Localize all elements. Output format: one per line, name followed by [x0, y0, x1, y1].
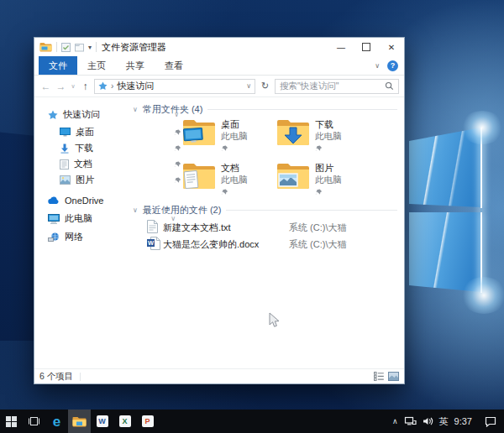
pictures-folder-icon	[276, 162, 310, 190]
sidebar-item-onedrive[interactable]: OneDrive	[34, 192, 142, 208]
file-path: 系统 (C:)\大猫	[289, 222, 346, 234]
back-button[interactable]: ←	[39, 81, 52, 92]
breadcrumb-separator: ›	[111, 81, 113, 91]
powerpoint-button[interactable]: P	[136, 410, 159, 433]
section-title[interactable]: 最近使用的文件 (2)	[143, 204, 222, 216]
pin-icon	[221, 143, 228, 154]
separator	[96, 42, 97, 52]
section-rule	[207, 109, 397, 110]
section-recent-files: ∨ 最近使用的文件 (2)	[133, 204, 397, 216]
close-button[interactable]: ✕	[379, 38, 404, 56]
sidebar-item-quick-access[interactable]: 快速访问 ∨	[34, 107, 142, 123]
folder-location: 此电脑	[315, 131, 342, 143]
address-dropdown-icon[interactable]: ∨	[246, 82, 251, 90]
help-button[interactable]: ?	[387, 60, 398, 71]
system-tray: ∧ 英 9:37	[392, 415, 504, 428]
pin-icon	[315, 187, 322, 197]
collapse-section-icon[interactable]: ∨	[133, 206, 138, 214]
file-row-docx[interactable]: W 大猫是怎么变帅的.docx 系统 (C:)\大猫	[129, 237, 404, 252]
pictures-icon	[60, 175, 71, 185]
file-row-txt[interactable]: 新建文本文档.txt 系统 (C:)\大猫	[129, 220, 404, 235]
powerpoint-icon: P	[142, 415, 154, 427]
tray-expand-button[interactable]: ∧	[392, 417, 398, 425]
word-button[interactable]: W	[91, 410, 113, 433]
volume-icon[interactable]	[423, 416, 433, 426]
sidebar-item-label: OneDrive	[65, 196, 103, 206]
sidebar-item-this-pc[interactable]: 此电脑 ∨	[34, 211, 142, 227]
section-title[interactable]: 常用文件夹 (4)	[143, 103, 203, 116]
tab-home[interactable]: 主页	[77, 56, 116, 75]
sidebar-item-network[interactable]: 网络	[34, 229, 142, 245]
excel-button[interactable]: X	[113, 410, 136, 433]
separator	[80, 373, 81, 381]
start-button[interactable]	[0, 410, 23, 433]
details-view-button[interactable]	[374, 372, 384, 381]
tab-share[interactable]: 共享	[116, 56, 155, 75]
star-icon	[48, 110, 58, 120]
file-explorer-icon	[72, 416, 87, 427]
forward-button[interactable]: →	[55, 81, 67, 92]
svg-text:W: W	[148, 239, 155, 247]
quick-access-toolbar: ▾	[39, 42, 97, 52]
folder-name: 文档	[221, 162, 239, 175]
file-explorer-button[interactable]	[68, 410, 91, 433]
quick-access-star-icon	[98, 81, 108, 91]
wallpaper-glow	[460, 111, 504, 144]
network-icon	[48, 232, 60, 242]
folder-tile-downloads[interactable]: 下载 此电脑	[276, 117, 402, 155]
large-icons-view-button[interactable]	[388, 372, 399, 381]
wallpaper-glow	[460, 277, 504, 314]
pin-icon	[315, 143, 322, 154]
download-icon	[60, 143, 70, 154]
word-icon: W	[97, 415, 108, 427]
edge-button[interactable]: e	[45, 410, 68, 433]
separator	[56, 42, 57, 52]
sidebar-item-label: 桌面	[76, 126, 94, 138]
section-frequent-folders: ∨ 常用文件夹 (4)	[133, 103, 397, 116]
customize-toolbar-dropdown[interactable]: ▾	[88, 44, 92, 51]
expand-ribbon-icon[interactable]: ∨	[375, 62, 380, 70]
downloads-folder-icon	[276, 118, 310, 147]
items-view[interactable]: ∨ 常用文件夹 (4) 桌面	[129, 97, 404, 368]
new-folder-icon[interactable]	[75, 43, 84, 52]
minimize-button[interactable]: —	[328, 38, 354, 56]
status-bar: 6 个项目	[34, 368, 404, 383]
clock[interactable]: 9:37	[454, 416, 472, 426]
search-icon[interactable]	[385, 81, 394, 91]
input-language-button[interactable]: 英	[439, 415, 449, 428]
folder-tile-pictures[interactable]: 图片 此电脑	[276, 160, 402, 199]
pin-icon	[221, 187, 228, 197]
refresh-button[interactable]: ↻	[258, 81, 272, 91]
action-center-icon[interactable]	[485, 416, 496, 427]
word-file-icon: W	[147, 237, 160, 250]
folder-name: 图片	[315, 162, 333, 175]
file-name: 新建文本文档.txt	[163, 222, 231, 234]
address-bar[interactable]: › 快速访问 ∨	[94, 79, 255, 94]
task-view-icon	[28, 416, 40, 426]
screen: ▾ 文件资源管理器 — ✕ 文件 主页 共享 查看 ∨ ? ← → ∨	[0, 0, 504, 433]
search-placeholder: 搜索"快速访问"	[280, 81, 385, 92]
sidebar-item-label: 图片	[76, 174, 94, 186]
folder-location: 此电脑	[221, 175, 248, 186]
recent-locations-dropdown[interactable]: ∨	[70, 83, 76, 90]
excel-icon: X	[119, 415, 131, 427]
tab-view[interactable]: 查看	[155, 56, 193, 75]
properties-icon[interactable]	[61, 43, 71, 52]
up-button[interactable]: ↑	[79, 81, 92, 92]
title-bar[interactable]: ▾ 文件资源管理器 — ✕	[34, 38, 404, 56]
network-status-icon[interactable]	[404, 416, 417, 426]
breadcrumb-quick-access[interactable]: 快速访问	[117, 80, 243, 92]
edge-icon: e	[53, 415, 60, 429]
tab-file[interactable]: 文件	[39, 56, 77, 75]
sidebar-item-label: 文档	[74, 158, 92, 170]
search-input[interactable]: 搜索"快速访问"	[275, 79, 399, 94]
folder-name: 下载	[315, 118, 333, 131]
document-icon	[60, 159, 69, 170]
item-count: 6 个项目	[39, 371, 73, 383]
collapse-section-icon[interactable]: ∨	[133, 106, 138, 113]
task-view-button[interactable]	[23, 410, 45, 433]
taskbar: e W X P ∧	[0, 410, 504, 433]
navigation-bar: ← → ∨ ↑ › 快速访问 ∨ ↻ 搜索"快速访问"	[34, 76, 404, 97]
maximize-button[interactable]	[354, 38, 379, 56]
folder-location: 此电脑	[315, 175, 342, 186]
